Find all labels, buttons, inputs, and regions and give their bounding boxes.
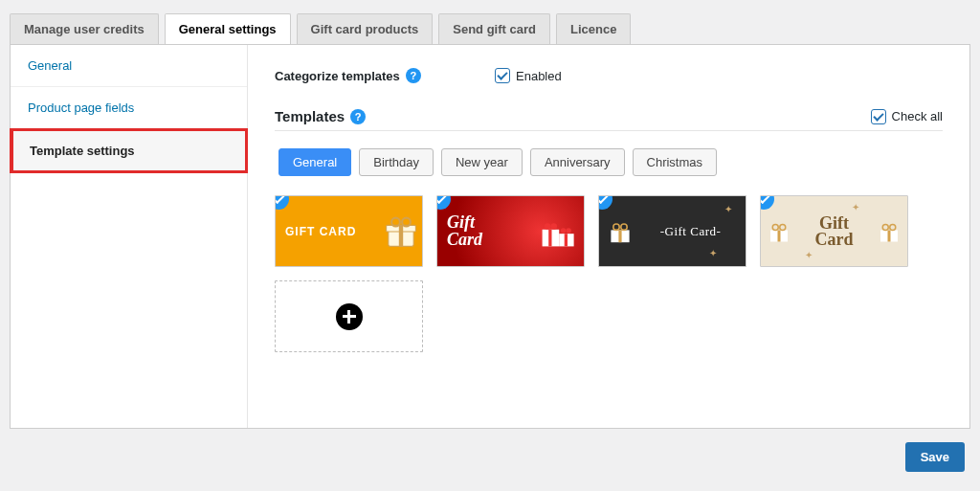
main-content: Categorize templates ? Enabled Templates… [248,45,969,428]
template-card-red[interactable]: Gift Card [436,195,585,267]
chip-birthday[interactable]: Birthday [359,148,434,176]
templates-section-head: Templates ? Check all [275,108,943,131]
template-grid: GIFT CARD Gift Card [275,195,943,352]
template-text: Gift Card [793,215,875,246]
svg-point-11 [561,228,567,234]
svg-rect-7 [548,229,551,246]
tab-general-settings[interactable]: General settings [165,13,291,44]
panel: General Product page fields Template set… [10,44,970,429]
chip-new-year[interactable]: New year [441,148,523,176]
gift-box-icon [875,217,903,246]
svg-point-15 [613,224,619,230]
gift-box-icon [380,211,422,253]
tab-gift-card-products[interactable]: Gift card products [297,13,434,44]
tab-manage-user-credits[interactable]: Manage user credits [10,13,159,44]
svg-point-20 [780,224,786,230]
template-text: GIFT CARD [276,225,380,238]
svg-rect-18 [778,230,781,241]
star-icon: ✦ [805,250,813,260]
sidebar-item-general[interactable]: General [11,45,247,87]
svg-rect-22 [888,230,891,241]
plus-icon [336,303,363,330]
gift-box-icon [765,217,793,246]
template-card-cream[interactable]: Gift Card ✦ ✦ [760,195,908,267]
selected-check-icon [760,195,774,210]
svg-point-9 [545,223,551,230]
categorize-label: Categorize templates [275,69,400,83]
svg-point-16 [621,224,627,230]
check-all-label: Check all [892,109,943,123]
svg-point-23 [882,224,888,230]
sidebar-item-product-page-fields[interactable]: Product page fields [11,87,247,129]
template-card-dark[interactable]: -Gift Card- ✦ ✦ [598,195,746,267]
categorize-checkbox[interactable] [495,68,510,83]
star-icon: ✦ [852,202,859,212]
tab-licence[interactable]: Licence [556,13,631,44]
sidebar: General Product page fields Template set… [11,45,248,428]
gift-box-icon [605,216,635,247]
selected-check-icon [598,195,612,210]
svg-point-12 [566,228,571,234]
categorize-checkbox-label: Enabled [516,69,562,83]
top-tabs: Manage user credits General settings Gif… [10,13,970,44]
categorize-row: Categorize templates ? Enabled [275,68,943,83]
svg-rect-8 [565,234,568,246]
selected-check-icon [436,195,451,210]
chip-anniversary[interactable]: Anniversary [530,148,625,176]
template-text: Gift Card [437,214,536,247]
svg-point-10 [550,223,557,230]
gift-box-icon [536,211,578,253]
chip-general[interactable]: General [278,148,351,176]
help-icon[interactable]: ? [406,68,421,83]
template-text: -Gift Card- [635,224,746,239]
sidebar-item-template-settings[interactable]: Template settings [10,128,248,173]
star-icon: ✦ [709,248,717,258]
tab-send-gift-card[interactable]: Send gift card [438,13,550,44]
star-icon: ✦ [724,204,732,214]
add-template-button[interactable] [275,280,423,352]
save-button[interactable]: Save [905,442,965,472]
svg-rect-2 [399,225,403,246]
svg-point-24 [890,224,896,230]
category-chips: General Birthday New year Anniversary Ch… [278,148,943,176]
footer: Save [10,429,970,485]
selected-check-icon [275,195,289,210]
svg-point-19 [772,224,778,230]
templates-title: Templates [275,108,345,124]
help-icon[interactable]: ? [350,109,366,124]
template-card-gold[interactable]: GIFT CARD [275,195,423,267]
check-all-checkbox[interactable] [871,109,886,124]
svg-rect-14 [618,230,621,242]
chip-christmas[interactable]: Christmas [633,148,718,176]
